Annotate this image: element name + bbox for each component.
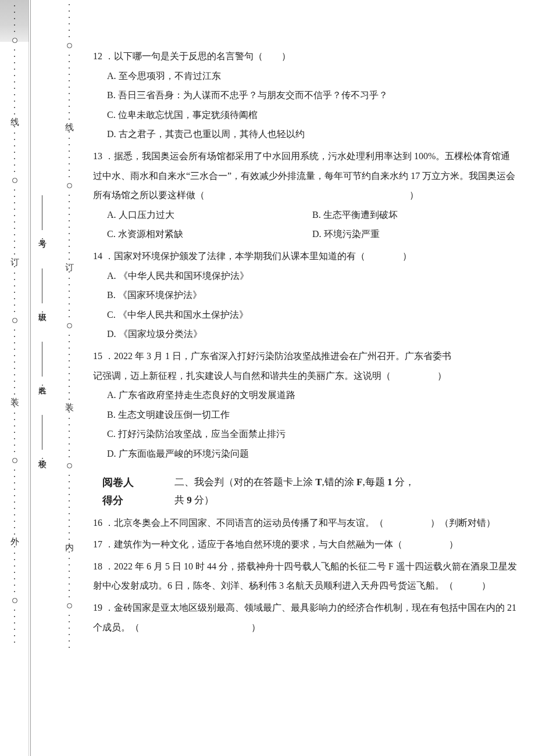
section-2-title: 二、我会判（对的在答题卡上涂 T,错的涂 F,每题 1 分，	[174, 474, 518, 491]
exam-content: 12 ．以下哪一句是关于反思的名言警句（ ） A. 至今思项羽，不肯过江东 B.…	[93, 46, 518, 639]
question-stem-part2: 记强调，迈上新征程，扎实建设人与自然和谐共生的美丽广东。这说明（ ）	[93, 366, 518, 386]
section-2-title-line2: 共 9 分）	[174, 492, 518, 509]
question-13: 13 ．据悉，我国奥运会所有场馆都采用了中水回用系统，污水处理利用率达到 100…	[93, 146, 518, 244]
score-label: 得分	[102, 492, 174, 510]
gutter-column: 线订装内	[61, 0, 77, 756]
question-17: 17 ．建筑作为一种文化，适应于各地自然环境的要求，与大自然融为一体（ ）	[93, 535, 518, 554]
option-B: B. 生态文明建设压倒一切工作	[93, 405, 518, 425]
question-19: 19 ．金砖国家是亚太地区级别最高、领域最广、最具影响力的经济合作机制，现在有包…	[93, 598, 518, 637]
option-C: C. 打好污染防治攻坚战，应当全面禁止排污	[93, 424, 518, 444]
question-stem-part1: 15 ．2022 年 3 月 1 日，广东省深入打好污染防治攻坚战推进会在广州召…	[93, 346, 518, 366]
option-B: B. 吾日三省吾身：为人谋而不忠乎？与朋友交而不信乎？传不习乎？	[93, 85, 518, 105]
binding-column-inner: 考号：班级：姓名：学校：	[30, 0, 54, 756]
question-18: 18 ．2022 年 6 月 5 日 10 时 44 分，搭载神舟十四号载人飞船…	[93, 557, 518, 596]
option-C: C. 《中华人民共和国水土保护法》	[93, 305, 518, 325]
question-stem: 13 ．据悉，我国奥运会所有场馆都采用了中水回用系统，污水处理利用率达到 100…	[93, 146, 518, 205]
option-A: A. 人口压力过大	[107, 205, 312, 225]
question-16: 16 ．北京冬奥会上不同国家、不同语言的运动员传播了和平与友谊。（ ）（判断对错…	[93, 513, 518, 533]
question-15: 15 ．2022 年 3 月 1 日，广东省深入打好污染防治攻坚战推进会在广州召…	[93, 346, 518, 464]
option-A: A. 广东省政府坚持走生态良好的文明发展道路	[93, 385, 518, 405]
section-2-header: 阅卷人 二、我会判（对的在答题卡上涂 T,错的涂 F,每题 1 分， 得分 共 …	[93, 474, 518, 509]
form-field-label: 考号：	[37, 234, 47, 242]
option-C: C. 位卑未敢忘忧国，事定犹须待阖棺	[93, 105, 518, 125]
question-12: 12 ．以下哪一句是关于反思的名言警句（ ） A. 至今思项羽，不肯过江东 B.…	[93, 46, 518, 144]
question-14: 14 ．国家对环境保护颁发了法律，本学期我们从课本里知道的有（ ） A. 《中华…	[93, 246, 518, 344]
question-stem: 12 ．以下哪一句是关于反思的名言警句（ ）	[93, 46, 518, 66]
option-B: B. 生态平衡遭到破坏	[312, 205, 518, 225]
question-stem: 14 ．国家对环境保护颁发了法律，本学期我们从课本里知道的有（ ）	[93, 246, 518, 266]
grader-label: 阅卷人	[102, 474, 174, 492]
option-D: D. 《国家垃圾分类法》	[93, 324, 518, 344]
option-B: B. 《国家环境保护法》	[93, 285, 518, 305]
binding-column-outer: 线订装外	[0, 0, 29, 756]
form-field-label: 姓名：	[37, 380, 47, 388]
option-D: D. 环境污染严重	[312, 224, 518, 244]
option-A: A. 《中华人民共和国环境保护法》	[93, 266, 518, 286]
option-D: D. 古之君子，其责己也重以周，其待人也轻以约	[93, 124, 518, 144]
form-field-label: 班级：	[37, 307, 47, 315]
form-field-label: 学校：	[37, 453, 47, 461]
option-A: A. 至今思项羽，不肯过江东	[93, 66, 518, 86]
option-C: C. 水资源相对紧缺	[107, 224, 312, 244]
option-D: D. 广东面临最严峻的环境污染问题	[93, 444, 518, 464]
